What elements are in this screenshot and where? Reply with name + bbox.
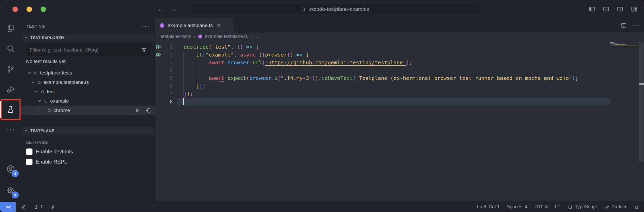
activity-item-run-debug[interactable] [4, 79, 17, 99]
status-item-utf-8[interactable]: UTF-8 [534, 204, 548, 210]
code-line-5: 5 await expect(browser.$(".f4.my-3")).to… [155, 74, 644, 82]
goto-test-button[interactable] [145, 108, 151, 113]
code-text: it("example", async ({browser}) => { [184, 51, 309, 59]
braces-icon [567, 204, 573, 210]
chevron-down-icon [37, 98, 42, 104]
code-lines: 1describe("test", () => {2 it("example",… [155, 43, 644, 105]
breadcrumb-item[interactable]: example.testplane.ts [205, 34, 248, 39]
minimize-window-button[interactable] [27, 7, 32, 12]
settings-label: SETTINGS [26, 140, 150, 145]
status-item-prettier[interactable]: Prettier [604, 204, 627, 210]
status-item-spaces-4[interactable]: Spaces: 4 [507, 204, 527, 210]
overview-ruler-cursor-mark [639, 83, 644, 85]
code-line-1: 1describe("test", () => { [155, 43, 644, 51]
activity-item-accounts[interactable]: 1 [4, 159, 17, 179]
circle-state-icon [47, 108, 51, 113]
line-number: 2 [163, 52, 173, 58]
editor-actions: ··· [621, 18, 644, 33]
test-tree-item-example[interactable]: example [21, 96, 155, 106]
no-results-message: No test results yet. [26, 59, 150, 64]
history-nav: ← → [157, 0, 177, 18]
testplane-logo-icon [198, 34, 203, 39]
activity-item-search[interactable] [4, 39, 17, 59]
forward-button[interactable]: → [170, 5, 177, 13]
debug-icon [6, 85, 15, 94]
sidebar-title: TESTING [27, 24, 45, 28]
layout-custom-icon[interactable] [630, 5, 638, 13]
status-item-bell[interactable] [634, 204, 639, 210]
run-test-gutter-button[interactable] [156, 44, 162, 50]
tab-example-testplane-ts[interactable]: example.testplane.ts × [155, 18, 234, 33]
breadcrumb-separator: › [250, 34, 252, 40]
minimap[interactable] [610, 42, 639, 51]
sidebar-header: TESTING ··· [21, 18, 155, 34]
editor-more-actions-button[interactable]: ··· [632, 22, 640, 29]
code-line-6: 6 }); [155, 82, 644, 90]
tab-bar: example.testplane.ts × ··· [155, 18, 644, 33]
status-item-telescope[interactable] [21, 204, 27, 210]
checkbox-enable-devtools[interactable]: Enable devtools [26, 148, 150, 155]
test-tree-item-chrome[interactable]: chrome [21, 106, 155, 115]
code-text: }); [184, 82, 205, 90]
sidebar-testing: TESTING ··· TEST EXPLORER No test result… [21, 18, 155, 202]
run-test-button[interactable] [135, 108, 140, 113]
chevron-down-icon [23, 35, 29, 40]
badge: 1 [12, 191, 19, 198]
breadcrumb-item[interactable]: ... [254, 34, 258, 39]
zoom-window-button[interactable] [41, 7, 46, 12]
split-editor-icon[interactable] [621, 22, 627, 29]
sidebar-more-actions-button[interactable]: ··· [142, 22, 150, 30]
status-item-ln-8-col-1[interactable]: Ln 8, Col 1 [477, 204, 500, 210]
status-item-typescript[interactable]: TypeScript [567, 204, 597, 210]
layout-sidebar-left-icon[interactable] [588, 5, 596, 13]
beaker-icon [6, 105, 15, 114]
activity-item-settings[interactable]: 1 [4, 180, 17, 201]
breadcrumb-item[interactable]: testplane-tests [161, 34, 191, 39]
ellipsis-icon [6, 125, 15, 135]
test-tree-item-testplane-tests[interactable]: testplane-tests [21, 68, 155, 78]
circle-state-icon [40, 90, 45, 94]
source-control-icon [6, 64, 15, 74]
tab-strip-empty [234, 18, 621, 33]
section-testplane[interactable]: TESTPLANE [21, 126, 155, 135]
close-window-button[interactable] [12, 7, 18, 12]
vscode-window: ← → vscode-testplane-example 11 TESTING … [0, 0, 644, 212]
code-text: describe("test", () => { [184, 43, 259, 51]
bell-icon [634, 204, 639, 210]
search-icon [301, 7, 306, 12]
line-number: 4 [163, 67, 173, 73]
checkbox-box[interactable] [26, 148, 33, 155]
radio-tower-icon [33, 204, 39, 210]
code-editor[interactable]: 1describe("test", () => {2 it("example",… [155, 40, 644, 202]
layout-panel-icon[interactable] [602, 5, 610, 13]
filter-icon[interactable] [141, 47, 147, 53]
status-item-lf[interactable]: LF [555, 204, 560, 210]
telescope-icon [21, 204, 27, 210]
scrollbar[interactable] [639, 42, 644, 162]
tree-item-label: test [47, 89, 55, 95]
checkbox-box[interactable] [26, 159, 33, 165]
section-test-explorer[interactable]: TEST EXPLORER [21, 34, 155, 41]
activity-item-source-control[interactable] [4, 59, 17, 79]
test-tree-item-example-testplane-ts[interactable]: example.testplane.ts [21, 78, 155, 87]
close-tab-button[interactable]: × [217, 22, 221, 29]
chevron-down-icon [34, 89, 39, 94]
checkbox-enable-repl[interactable]: Enable REPL [26, 159, 150, 165]
test-filter-input[interactable] [29, 47, 141, 53]
back-button[interactable]: ← [157, 5, 164, 13]
activity-item-testing[interactable] [4, 99, 17, 120]
code-line-8: 8 [155, 98, 644, 105]
remote-indicator-button[interactable]: >< [0, 202, 16, 212]
status-item-lightning[interactable] [50, 204, 56, 210]
titlebar: ← → vscode-testplane-example [0, 0, 644, 18]
activity-item-more[interactable] [4, 120, 17, 140]
code-line-3: 3 await browser.url("https://github.com/… [155, 59, 644, 66]
status-item-0[interactable]: 0 [33, 204, 43, 210]
run-test-gutter-button[interactable] [156, 52, 162, 58]
activity-item-explorer[interactable] [4, 18, 17, 39]
command-center[interactable]: vscode-testplane-example [191, 4, 479, 15]
command-center-label: vscode-testplane-example [308, 6, 369, 12]
test-tree-item-test[interactable]: test [21, 87, 155, 96]
layout-sidebar-right-icon[interactable] [616, 5, 624, 13]
status-left: 0 [16, 202, 56, 212]
